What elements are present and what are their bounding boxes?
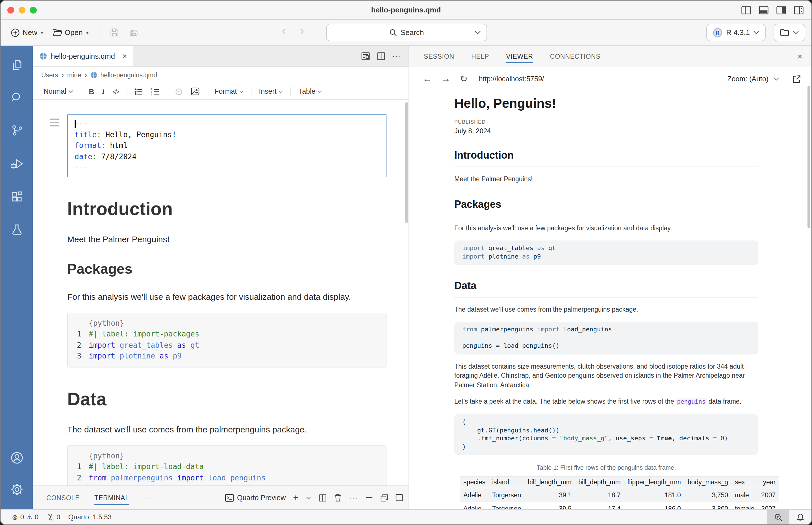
editor-pane: hello-penguins.qmd × ··· Users › mine: [33, 46, 409, 509]
image-button[interactable]: [187, 88, 203, 95]
explorer-icon[interactable]: [10, 58, 24, 72]
table-cell: Torgersen: [489, 502, 524, 509]
viewer-back-icon[interactable]: ←: [423, 75, 432, 84]
open-dropdown-caret[interactable]: ▾: [86, 30, 89, 35]
viewer-zoom-select[interactable]: Zoom: (Auto): [727, 75, 768, 83]
quarto-version[interactable]: Quarto: 1.5.53: [68, 513, 111, 521]
tab-connections[interactable]: CONNECTIONS: [550, 46, 601, 66]
tab-help[interactable]: HELP: [471, 46, 489, 66]
new-terminal-icon[interactable]: +: [293, 493, 298, 502]
penguins-table: speciesislandbill_length_mmbill_depth_mm…: [460, 476, 779, 509]
bold-button[interactable]: B: [85, 87, 98, 96]
toggle-secondary-sidebar-icon[interactable]: [777, 5, 786, 14]
notifications-bell-icon[interactable]: [789, 510, 811, 524]
block-drag-handle-icon[interactable]: [50, 119, 59, 126]
tab-close-icon[interactable]: ×: [122, 51, 127, 60]
zoom-in-button[interactable]: [767, 510, 789, 524]
panel-more-actions-icon[interactable]: ···: [349, 493, 358, 502]
restore-panel-icon[interactable]: [380, 494, 388, 501]
yaml-front-matter[interactable]: ---title: Hello, Penguins!format: htmlda…: [67, 114, 387, 177]
tab-console[interactable]: CONSOLE: [46, 486, 80, 509]
tab-label: hello-penguins.qmd: [51, 52, 115, 60]
run-debug-icon[interactable]: [9, 156, 24, 171]
link-button[interactable]: [170, 88, 187, 95]
insert-menu[interactable]: Insert: [255, 88, 287, 95]
format-menu[interactable]: Format: [211, 88, 247, 95]
save-button[interactable]: [106, 26, 122, 40]
folder-icon: [780, 28, 789, 37]
maximize-panel-icon[interactable]: [395, 494, 403, 501]
editor-code-cell-import-load-data[interactable]: {python} 1#| label: import-load-data2fro…: [67, 445, 387, 485]
panel-more-tabs-icon[interactable]: ···: [144, 493, 153, 502]
editor-more-actions-icon[interactable]: ···: [392, 51, 402, 60]
tab-terminal[interactable]: TERMINAL: [95, 486, 129, 509]
viewer-forward-icon[interactable]: →: [441, 75, 450, 84]
open-preview-icon[interactable]: [361, 52, 370, 60]
navigate-forward-icon[interactable]: ›: [300, 25, 304, 37]
quarto-preview-task[interactable]: Quarto Preview: [224, 494, 286, 501]
save-all-button[interactable]: [125, 26, 142, 40]
paragraph-style-select[interactable]: Normal: [40, 88, 78, 95]
terminal-launch-chevron: [306, 496, 311, 499]
problems-indicator[interactable]: ⊗ 0 ⚠ 0: [12, 513, 39, 521]
editor-code-cell-import-packages[interactable]: {python} 1#| label: import-packages2impo…: [67, 313, 387, 367]
navigate-back-icon[interactable]: ‹: [282, 25, 286, 37]
radio-tower-icon: [46, 513, 54, 521]
status-bar: ⊗ 0 ⚠ 0 0 Quarto: 1.5.53: [1, 509, 811, 524]
new-button[interactable]: New ▾: [8, 26, 47, 39]
doc-paragraph: This dataset contains size measurements,…: [454, 362, 758, 390]
tab-hello-penguins[interactable]: hello-penguins.qmd ×: [33, 46, 133, 66]
table-cell: 186.0: [624, 502, 684, 509]
minimize-panel-icon[interactable]: [366, 494, 373, 501]
workspace-folder-button[interactable]: [773, 24, 805, 41]
tab-viewer[interactable]: VIEWER: [506, 46, 533, 66]
source-control-icon[interactable]: [10, 124, 24, 137]
testing-icon[interactable]: [10, 223, 24, 237]
search-sidebar-icon[interactable]: [10, 91, 24, 104]
split-terminal-icon[interactable]: [319, 494, 327, 501]
search-input[interactable]: Search: [326, 24, 487, 41]
search-dropdown-chevron[interactable]: [475, 30, 481, 34]
breadcrumb-file[interactable]: hello-penguins.qmd: [100, 72, 157, 78]
zoom-chevron: [773, 77, 779, 81]
breadcrumb-users[interactable]: Users: [41, 72, 58, 78]
zoom-window-button[interactable]: [30, 6, 37, 13]
toggle-bottom-panel-icon[interactable]: [759, 5, 768, 14]
extensions-icon[interactable]: [10, 190, 24, 204]
close-window-button[interactable]: [8, 6, 14, 13]
settings-gear-icon[interactable]: [9, 482, 24, 497]
table-header-cell: year: [758, 477, 779, 488]
ports-indicator[interactable]: 0: [46, 513, 60, 521]
toggle-primary-sidebar-icon[interactable]: [741, 5, 751, 14]
title-bar: hello-penguins.qmd: [1, 1, 811, 20]
editor-scrollbar[interactable]: [405, 102, 408, 223]
viewer-content[interactable]: Hello, Penguins! PUBLISHED July 8, 2024 …: [409, 91, 811, 509]
viewer-scrollbar[interactable]: [808, 86, 810, 228]
visual-editor-content[interactable]: ---title: Hello, Penguins!format: htmlda…: [33, 100, 408, 485]
bullet-list-button[interactable]: [130, 88, 147, 95]
table-cell: 39.5: [524, 502, 575, 509]
close-panel-icon[interactable]: ×: [797, 51, 802, 61]
code-button[interactable]: </>: [108, 88, 123, 94]
numbered-list-button[interactable]: 123: [147, 88, 163, 95]
viewer-url[interactable]: http://localhost:5759/: [479, 75, 544, 83]
split-editor-icon[interactable]: [377, 52, 386, 60]
table-cell: 39.1: [524, 488, 575, 502]
account-icon[interactable]: [9, 450, 24, 465]
new-dropdown-caret[interactable]: ▾: [41, 30, 43, 35]
customize-layout-icon[interactable]: [794, 5, 803, 14]
editor-paragraph: For this analysis we'll use a few packag…: [67, 291, 383, 301]
kill-terminal-icon[interactable]: [334, 493, 342, 502]
minimize-window-button[interactable]: [19, 6, 26, 13]
viewer-refresh-icon[interactable]: ↻: [460, 75, 468, 84]
table-row: AdelieTorgersen39.118.7181.03,750male200…: [460, 488, 779, 502]
open-button[interactable]: Open ▾: [49, 26, 92, 39]
interpreter-selector[interactable]: R R 4.3.1: [706, 24, 766, 41]
table-menu[interactable]: Table: [295, 88, 326, 95]
italic-button[interactable]: I: [98, 87, 108, 96]
bottom-panel-bar: CONSOLE TERMINAL ··· Quarto Preview +: [33, 485, 408, 509]
tab-session[interactable]: SESSION: [424, 46, 454, 66]
open-in-browser-icon[interactable]: [792, 75, 801, 84]
table-header-cell: body_mass_g: [684, 477, 731, 488]
breadcrumb-mine[interactable]: mine: [67, 72, 81, 78]
